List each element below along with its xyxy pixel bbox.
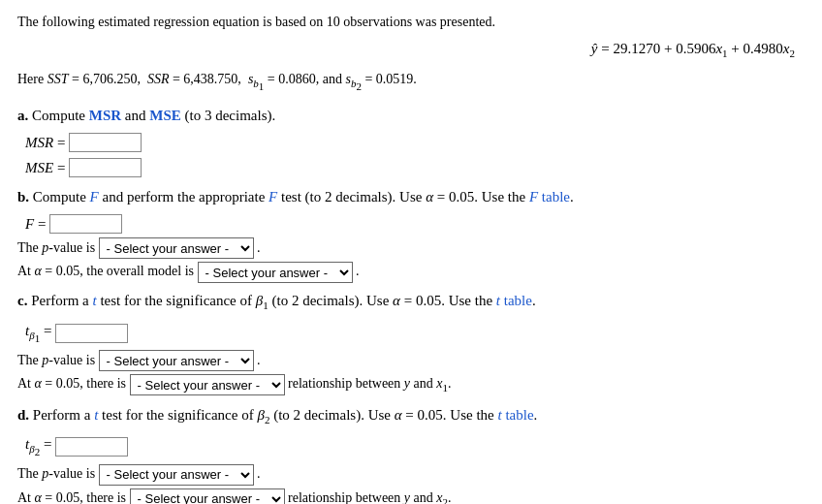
overall-model-select[interactable]: - Select your answer - significant not s…: [198, 262, 353, 283]
part-c-header: c. Perform a t test for the significance…: [17, 289, 805, 315]
pvalue-line-d: The p-value is - Select your answer - le…: [17, 463, 805, 486]
tb2-input[interactable]: [55, 437, 128, 457]
part-b-header: b. Compute F and perform the appropriate…: [17, 185, 805, 208]
given-values: Here SST = 6,706.250, SSR = 6,438.750, s…: [17, 69, 805, 96]
part-c-block: c. Perform a t test for the significance…: [17, 289, 805, 397]
msr-input[interactable]: [69, 133, 142, 152]
pvalue-line-b: The p-value is - Select your answer - le…: [17, 237, 805, 260]
part-a-header: a. Compute MSR and MSE (to 3 decimals).: [17, 104, 805, 127]
regression-equation: ŷ = 29.1270 + 0.5906x1 + 0.4980x2: [17, 37, 805, 63]
significance-select-c[interactable]: - Select your answer - a significant no …: [130, 374, 285, 395]
msr-label: MSR =: [25, 131, 65, 154]
tb1-input[interactable]: [55, 324, 128, 343]
alpha-line-b: At α = 0.05, the overall model is - Sele…: [17, 261, 805, 283]
mse-label: MSE =: [25, 156, 65, 179]
alpha-line-d: At α = 0.05, there is - Select your answ…: [17, 488, 805, 504]
alpha-line-c: At α = 0.05, there is - Select your answ…: [17, 373, 805, 396]
msr-row: MSR =: [25, 131, 805, 154]
f-label: F =: [25, 212, 46, 236]
pvalue-select-b[interactable]: - Select your answer - less than .01 bet…: [99, 237, 254, 259]
part-a-block: a. Compute MSR and MSE (to 3 decimals). …: [17, 104, 805, 179]
tb1-row: tβ1 =: [25, 319, 805, 348]
pvalue-select-d[interactable]: - Select your answer - less than .01 bet…: [99, 464, 254, 486]
f-input[interactable]: [49, 214, 122, 234]
part-b-label: b.: [17, 189, 29, 205]
part-b-block: b. Compute F and perform the appropriate…: [17, 185, 805, 284]
f-row: F =: [25, 212, 805, 236]
tb2-label: tβ2 =: [25, 432, 51, 461]
part-d-block: d. Perform a t test for the significance…: [17, 403, 805, 504]
top-description: The following estimated regression equat…: [17, 12, 805, 33]
tb2-row: tβ2 =: [25, 432, 805, 461]
part-a-label: a.: [17, 108, 28, 123]
part-d-label: d.: [17, 407, 29, 423]
significance-select-d[interactable]: - Select your answer - a significant no …: [130, 488, 285, 504]
mse-row: MSE =: [25, 156, 805, 179]
mse-input[interactable]: [69, 158, 142, 177]
tb1-label: tβ1 =: [25, 319, 51, 348]
part-d-header: d. Perform a t test for the significance…: [17, 403, 805, 429]
part-c-label: c.: [17, 293, 27, 308]
pvalue-line-c: The p-value is - Select your answer - le…: [17, 350, 805, 372]
pvalue-select-c[interactable]: - Select your answer - less than .01 bet…: [99, 350, 254, 371]
